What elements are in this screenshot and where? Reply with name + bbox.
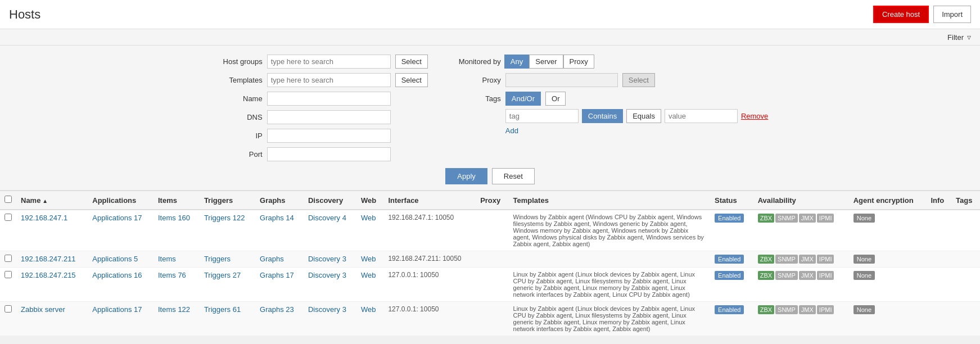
select-all-checkbox[interactable]: [4, 196, 12, 203]
row-discovery: Discovery 3: [304, 268, 356, 302]
graphs-link[interactable]: Graphs 17: [260, 271, 294, 279]
filter-label: Filter: [947, 33, 964, 42]
host-name-link[interactable]: 192.168.247.1: [21, 214, 67, 222]
filter-right: Monitored by Any Server Proxy Proxy Sele…: [450, 55, 768, 135]
row-checkbox-cell: [0, 251, 16, 268]
name-input[interactable]: [267, 92, 391, 106]
row-checkbox[interactable]: [4, 255, 12, 262]
row-checkbox[interactable]: [4, 214, 12, 221]
host-name-link[interactable]: 192.168.247.215: [21, 271, 76, 279]
add-tag-link[interactable]: Add: [505, 126, 768, 135]
host-name-link[interactable]: Zabbix server: [21, 305, 65, 314]
discovery-link[interactable]: Discovery 3: [308, 305, 346, 314]
items-link[interactable]: Items: [158, 255, 176, 263]
row-discovery: Discovery 4: [304, 210, 356, 251]
remove-tag-button[interactable]: Remove: [741, 112, 768, 120]
monitored-any-button[interactable]: Any: [504, 55, 529, 69]
encryption-badge: None: [853, 255, 875, 264]
discovery-link[interactable]: Discovery 4: [308, 214, 346, 222]
ipmi-badge: IPMI: [817, 214, 834, 223]
col-triggers: Triggers: [200, 191, 255, 210]
triggers-link[interactable]: Triggers 61: [204, 305, 241, 314]
table-row: 192.168.247.215 Applications 16 Items 76…: [0, 268, 980, 302]
triggers-link[interactable]: Triggers: [204, 255, 231, 263]
col-status: Status: [710, 191, 753, 210]
jmx-badge: JMX: [799, 214, 816, 223]
table-row: 192.168.247.211 Applications 5 Items Tri…: [0, 251, 980, 268]
row-name: 192.168.247.1: [16, 210, 88, 251]
graphs-link[interactable]: Graphs 23: [260, 305, 294, 314]
encryption-badge: None: [853, 214, 875, 223]
templates-select-button[interactable]: Select: [395, 73, 428, 87]
row-discovery: Discovery 3: [304, 302, 356, 336]
tags-andor-button[interactable]: And/Or: [505, 92, 541, 106]
value-input[interactable]: [665, 109, 738, 123]
proxy-input[interactable]: [505, 73, 618, 87]
row-info: [926, 251, 951, 268]
discovery-link[interactable]: Discovery 3: [308, 271, 346, 279]
create-host-button[interactable]: Create host: [873, 6, 929, 23]
row-proxy: [476, 210, 508, 251]
graphs-link[interactable]: Graphs: [260, 255, 284, 263]
ip-label: IP: [212, 132, 263, 140]
row-web: Web: [356, 302, 383, 336]
port-row: Port: [212, 147, 428, 161]
monitored-server-button[interactable]: Server: [529, 55, 563, 69]
header-buttons: Create host Import: [873, 6, 971, 23]
items-link[interactable]: Items 76: [158, 271, 186, 279]
host-name-link[interactable]: 192.168.247.211: [21, 255, 76, 263]
applications-link[interactable]: Applications 16: [92, 271, 142, 279]
templates-input[interactable]: [267, 73, 391, 87]
monitored-by-group: Any Server Proxy: [504, 55, 594, 69]
discovery-link[interactable]: Discovery 3: [308, 255, 346, 263]
applications-link[interactable]: Applications 5: [92, 255, 138, 263]
graphs-link[interactable]: Graphs 14: [260, 214, 294, 222]
host-groups-select-button[interactable]: Select: [395, 55, 428, 69]
import-button[interactable]: Import: [933, 6, 971, 23]
row-checkbox[interactable]: [4, 271, 12, 278]
triggers-link[interactable]: Triggers 122: [204, 214, 245, 222]
ip-input[interactable]: [267, 129, 391, 143]
port-input[interactable]: [267, 147, 391, 161]
items-link[interactable]: Items 160: [158, 214, 190, 222]
jmx-badge: JMX: [799, 255, 816, 264]
equals-button[interactable]: Equals: [626, 109, 661, 123]
row-interface: 127.0.0.1: 10050: [383, 268, 476, 302]
contains-button[interactable]: Contains: [582, 109, 623, 123]
row-tags: [951, 251, 980, 268]
filter-bar: Filter ▿: [0, 29, 980, 46]
availability-badges: ZBX SNMP JMX IPMI: [758, 255, 844, 264]
web-link[interactable]: Web: [361, 255, 376, 263]
tags-row: Tags And/Or Or: [450, 92, 768, 106]
row-items: Items: [153, 251, 200, 268]
web-link[interactable]: Web: [361, 271, 376, 279]
apply-button[interactable]: Apply: [445, 168, 487, 184]
dns-input[interactable]: [267, 110, 391, 124]
row-templates: Linux by Zabbix agent (Linux block devic…: [509, 268, 711, 302]
items-link[interactable]: Items 122: [158, 305, 190, 314]
col-proxy: Proxy: [476, 191, 508, 210]
status-badge: Enabled: [715, 305, 744, 314]
filter-actions: Apply Reset: [0, 168, 980, 184]
col-graphs: Graphs: [255, 191, 304, 210]
web-link[interactable]: Web: [361, 305, 376, 314]
row-checkbox[interactable]: [4, 305, 12, 313]
col-info: Info: [926, 191, 951, 210]
tag-input[interactable]: [505, 109, 579, 123]
host-groups-input[interactable]: [267, 55, 391, 69]
row-proxy: [476, 251, 508, 268]
row-checkbox-cell: [0, 210, 16, 251]
row-encryption: None: [849, 268, 927, 302]
monitored-proxy-button[interactable]: Proxy: [563, 55, 594, 69]
page-title: Hosts: [9, 7, 40, 22]
dns-row: DNS: [212, 110, 428, 124]
applications-link[interactable]: Applications 17: [92, 305, 142, 314]
port-label: Port: [212, 150, 263, 159]
col-name[interactable]: Name: [16, 191, 88, 210]
tags-or-button[interactable]: Or: [545, 92, 566, 106]
web-link[interactable]: Web: [361, 214, 376, 222]
triggers-link[interactable]: Triggers 27: [204, 271, 241, 279]
applications-link[interactable]: Applications 17: [92, 214, 142, 222]
reset-button[interactable]: Reset: [492, 168, 535, 184]
row-name: 192.168.247.215: [16, 268, 88, 302]
